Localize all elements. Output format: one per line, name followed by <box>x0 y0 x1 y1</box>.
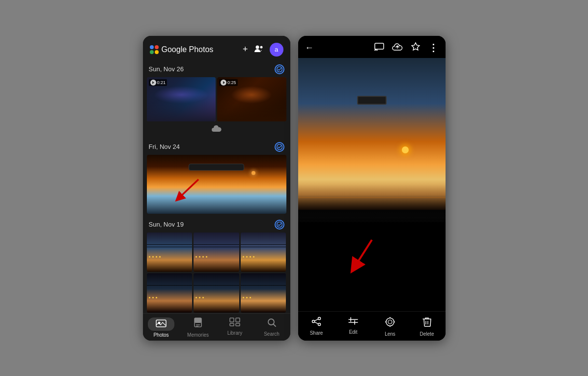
nav-photos-label: Photos <box>153 332 168 338</box>
logo-dot-green <box>150 50 154 54</box>
edit-icon <box>348 317 359 328</box>
video-duration-2: 0:25 <box>219 79 238 86</box>
wire-lines-1 <box>147 244 193 246</box>
google-photos-logo: Google Photos <box>150 45 243 54</box>
more-options-icon[interactable]: ⋮ <box>428 42 439 54</box>
dashboard-fade <box>298 217 446 228</box>
sun-glow-full <box>402 146 409 153</box>
svg-rect-10 <box>195 318 201 323</box>
right-header-icons: ⋮ <box>374 42 439 54</box>
cloud-upload-indicator <box>147 123 286 136</box>
logo-dot-blue <box>150 45 154 49</box>
lights-1 <box>147 256 193 258</box>
search-nav-icon <box>267 318 277 330</box>
video-thumb-1[interactable]: 0:21 <box>147 77 216 121</box>
photos-scroll-area[interactable]: Sun, Nov 26 0:21 <box>143 60 290 313</box>
photos-nav-icon <box>156 318 167 329</box>
logo-icon <box>150 45 159 54</box>
delete-icon <box>422 317 431 330</box>
svg-line-26 <box>314 319 318 321</box>
share-action[interactable]: Share <box>298 317 335 337</box>
nav-memories[interactable]: Memories <box>180 318 217 338</box>
select-all-nov26[interactable] <box>275 64 284 74</box>
delete-label: Delete <box>420 331 434 337</box>
grid-photo-2[interactable] <box>194 232 239 272</box>
left-phone: Google Photos + a Sun <box>143 36 290 341</box>
svg-line-27 <box>314 322 318 324</box>
lights-5 <box>194 297 239 298</box>
date-header-nov19: Sun, Nov 19 <box>147 216 286 232</box>
grid-photo-4[interactable] <box>147 273 193 313</box>
share-icon <box>311 317 321 329</box>
rearview-mirror-full <box>357 96 387 105</box>
lens-label: Lens <box>385 331 395 337</box>
lights-3 <box>241 256 286 258</box>
svg-rect-16 <box>236 323 240 326</box>
logo-dot-yellow <box>155 50 159 54</box>
video-thumb-2[interactable]: 0:25 <box>217 77 286 121</box>
header-actions: + a <box>243 43 283 57</box>
add-icon[interactable]: + <box>243 44 248 55</box>
back-button[interactable]: ← <box>305 43 314 53</box>
svg-point-0 <box>255 45 259 49</box>
edit-action[interactable]: Edit <box>335 317 372 337</box>
windshield-scene <box>298 58 446 311</box>
grid-photo-3[interactable] <box>241 232 286 272</box>
date-header-nov26: Sun, Nov 26 <box>147 60 286 77</box>
share-label: Share <box>310 330 323 336</box>
nav-search[interactable]: Search <box>253 318 290 338</box>
date-label-nov19: Sun, Nov 19 <box>149 221 184 228</box>
svg-rect-15 <box>230 323 234 326</box>
right-phone: ← <box>298 36 446 341</box>
select-all-nov19[interactable] <box>275 220 284 230</box>
rearview-mirror-thumb <box>189 164 245 171</box>
nav-photos[interactable]: Photos <box>143 318 180 338</box>
svg-point-32 <box>386 318 394 326</box>
photos-header: Google Photos + a <box>143 36 290 60</box>
right-photo-header: ← <box>298 36 446 58</box>
favorite-icon[interactable] <box>411 42 420 54</box>
nav-photos-bg <box>148 318 174 331</box>
app-title: Google Photos <box>162 45 214 54</box>
wire-lines-6 <box>241 285 286 287</box>
svg-point-33 <box>388 320 392 324</box>
cast-icon[interactable] <box>374 43 384 53</box>
people-icon[interactable] <box>254 45 264 55</box>
concert-stage-2 <box>217 99 286 121</box>
bottom-navigation: Photos Memories <box>143 313 290 341</box>
nav-library-label: Library <box>227 330 243 336</box>
date-label-nov24: Fri, Nov 24 <box>149 143 180 150</box>
photo-grid-nov19 <box>147 232 286 313</box>
lights-6 <box>241 297 286 298</box>
memories-nav-icon <box>194 318 202 331</box>
svg-point-24 <box>312 320 315 322</box>
user-avatar[interactable]: a <box>270 43 283 57</box>
lens-action[interactable]: Lens <box>372 317 409 337</box>
right-photo-display[interactable] <box>298 58 446 311</box>
right-action-bar: Share Edit <box>298 311 446 341</box>
nav-memories-label: Memories <box>187 332 209 338</box>
play-triangle-2 <box>223 81 225 84</box>
wire-lines-4 <box>147 285 193 287</box>
nav-library[interactable]: Library <box>217 318 253 338</box>
single-photo-nov24[interactable] <box>147 155 286 214</box>
svg-point-20 <box>374 50 375 51</box>
wire-lines-5 <box>194 285 239 287</box>
grid-photo-6[interactable] <box>241 273 286 313</box>
sunset-car-bg <box>147 155 286 214</box>
wire-lines-3 <box>241 244 286 246</box>
svg-line-18 <box>274 324 276 326</box>
svg-point-25 <box>318 323 321 325</box>
delete-action[interactable]: Delete <box>409 317 446 337</box>
sun-glow-thumb <box>252 171 255 175</box>
date-section-nov24: Fri, Nov 24 <box>147 138 286 214</box>
select-all-nov24[interactable] <box>275 142 284 152</box>
concert-stage-1 <box>147 95 216 121</box>
grid-photo-1[interactable] <box>147 232 193 272</box>
svg-rect-14 <box>236 318 240 322</box>
grid-photo-5[interactable] <box>194 273 239 313</box>
lights-4 <box>147 297 193 298</box>
library-nav-icon <box>229 318 240 329</box>
lights-2 <box>194 256 239 258</box>
cloud-backup-icon[interactable] <box>392 43 403 53</box>
